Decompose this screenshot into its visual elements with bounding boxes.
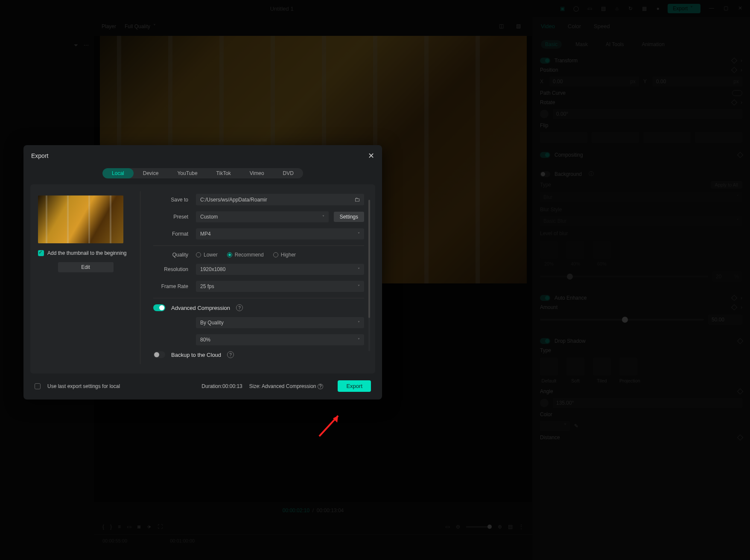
chevron-down-icon: ˅ [322, 215, 324, 219]
export-confirm-button[interactable]: Export [338, 380, 371, 392]
use-last-settings-checkbox[interactable] [35, 383, 41, 389]
compression-mode-select[interactable]: By Quality˅ [196, 317, 364, 328]
add-thumbnail-label: Add the thumbnail to the beginning [47, 250, 126, 256]
export-tab-device[interactable]: Device [134, 168, 168, 178]
export-tab-vimeo[interactable]: Vimeo [240, 168, 274, 178]
chevron-down-icon: ˅ [358, 232, 360, 236]
export-tab-tiktok[interactable]: TikTok [207, 168, 240, 178]
help-icon[interactable]: ? [227, 351, 234, 358]
chevron-down-icon: ˅ [358, 338, 360, 342]
quality-radio-lower[interactable]: Lower [196, 252, 218, 258]
duration-meta: Duration:00:00:13 [201, 383, 242, 389]
export-tabs: Local Device YouTube TikTok Vimeo DVD [23, 166, 382, 184]
add-thumbnail-checkbox[interactable] [38, 250, 44, 256]
chevron-down-icon: ˅ [358, 267, 360, 272]
folder-icon[interactable]: 🗀 [354, 196, 360, 203]
preset-select[interactable]: Custom˅ [196, 211, 329, 222]
help-icon[interactable]: ? [318, 384, 324, 389]
framerate-select[interactable]: 25 fps˅ [196, 281, 364, 292]
quality-radio-higher[interactable]: Higher [273, 252, 296, 258]
export-thumbnail [38, 195, 123, 243]
compression-pct-select[interactable]: 80%˅ [196, 334, 364, 345]
export-scrollbar[interactable] [368, 200, 370, 351]
close-icon[interactable]: ✕ [368, 151, 374, 160]
size-meta: Size: Advanced Compression ? [249, 383, 324, 389]
adv-compression-toggle[interactable] [153, 304, 165, 311]
export-tab-local[interactable]: Local [102, 168, 134, 178]
preset-settings-button[interactable]: Settings [334, 212, 364, 222]
edit-thumbnail-button[interactable]: Edit [58, 262, 114, 272]
use-last-settings-label: Use last export settings for local [47, 383, 120, 389]
export-footer: Use last export settings for local Durat… [23, 380, 382, 400]
backup-cloud-label: Backup to the Cloud [171, 352, 221, 358]
quality-radio-recommend[interactable]: Recommend [227, 252, 264, 258]
export-tab-youtube[interactable]: YouTube [168, 168, 207, 178]
format-select[interactable]: MP4˅ [196, 228, 364, 239]
export-dialog-title: Export [31, 152, 48, 159]
chevron-down-icon: ˅ [358, 284, 360, 289]
export-dialog: Export ✕ Local Device YouTube TikTok Vim… [23, 145, 382, 400]
resolution-select[interactable]: 1920x1080˅ [196, 264, 364, 275]
export-tab-dvd[interactable]: DVD [274, 168, 303, 178]
save-to-path[interactable]: C:/Users/ws/AppData/Roamir🗀 [196, 194, 364, 205]
backup-cloud-toggle[interactable] [153, 351, 165, 358]
adv-compression-label: Advanced Compression [171, 305, 230, 311]
chevron-down-icon: ˅ [358, 321, 360, 325]
help-icon[interactable]: ? [236, 304, 243, 311]
